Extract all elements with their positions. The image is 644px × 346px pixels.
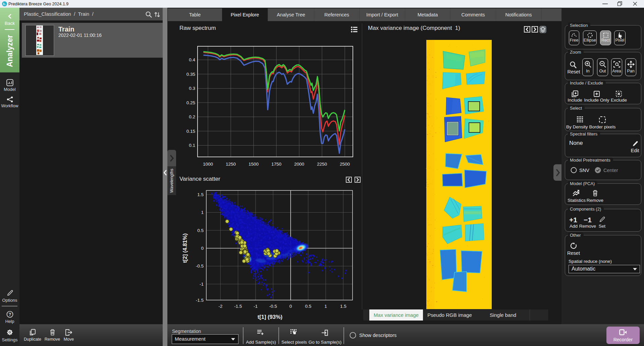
svg-text:-0.5: -0.5 — [196, 264, 204, 269]
svg-text:-1: -1 — [254, 304, 258, 309]
svg-text:0: 0 — [289, 304, 292, 309]
svg-text:t[2] (4.81%): t[2] (4.81%) — [182, 233, 188, 263]
svg-text:1: 1 — [201, 210, 204, 215]
svg-text:0.2: 0.2 — [189, 114, 195, 119]
svg-text:1.5: 1.5 — [197, 192, 204, 197]
svg-text:1500: 1500 — [249, 162, 259, 167]
svg-text:t[1] (93%): t[1] (93%) — [258, 314, 282, 320]
svg-text:0.25: 0.25 — [186, 100, 195, 105]
svg-text:2000: 2000 — [294, 162, 304, 167]
svg-text:0.4: 0.4 — [189, 57, 195, 62]
svg-text:-1: -1 — [200, 282, 204, 287]
svg-text:-2: -2 — [218, 304, 222, 309]
svg-text:0.35: 0.35 — [186, 72, 195, 77]
svg-text:b.: b. — [3, 2, 6, 6]
svg-text:-0.5: -0.5 — [269, 304, 277, 309]
svg-text:1750: 1750 — [271, 162, 281, 167]
svg-text:0.1: 0.1 — [189, 143, 195, 148]
svg-text:-1.5: -1.5 — [234, 304, 242, 309]
svg-text:2500: 2500 — [340, 162, 350, 167]
svg-text:?: ? — [9, 312, 11, 317]
svg-text:2250: 2250 — [317, 162, 327, 167]
svg-text:1000: 1000 — [203, 162, 213, 167]
svg-text:1.5: 1.5 — [340, 304, 346, 309]
svg-text:0.15: 0.15 — [186, 129, 195, 134]
svg-text:-1.5: -1.5 — [196, 298, 204, 303]
svg-text:0.5: 0.5 — [197, 228, 204, 233]
svg-text:1: 1 — [324, 304, 327, 309]
svg-text:1250: 1250 — [226, 162, 236, 167]
svg-text:0.3: 0.3 — [189, 86, 195, 91]
svg-text:0.5: 0.5 — [305, 304, 311, 309]
svg-text:0: 0 — [201, 246, 204, 251]
